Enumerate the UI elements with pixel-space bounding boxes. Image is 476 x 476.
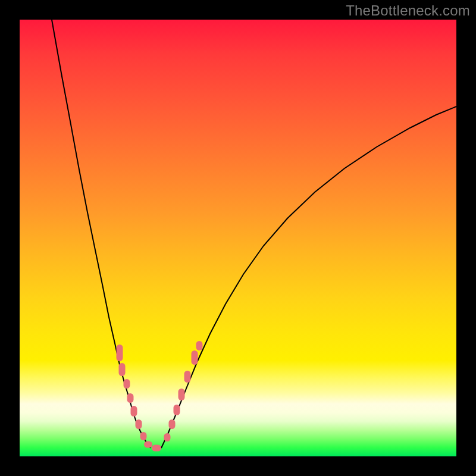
marker-dot bbox=[192, 350, 198, 365]
marker-dot bbox=[136, 419, 142, 429]
marker-dot bbox=[178, 389, 185, 400]
plot-area bbox=[20, 20, 456, 456]
marker-dot bbox=[119, 363, 126, 376]
marker-dot bbox=[196, 341, 203, 350]
marker-dot bbox=[140, 432, 147, 440]
chart-frame: TheBottleneck.com bbox=[0, 0, 476, 476]
marker-group bbox=[117, 341, 203, 452]
curve-left-branch bbox=[52, 20, 151, 448]
marker-dot bbox=[169, 419, 176, 429]
marker-dot bbox=[127, 393, 134, 403]
marker-dot bbox=[164, 433, 171, 441]
marker-dot bbox=[184, 371, 191, 383]
marker-dot bbox=[124, 379, 130, 389]
marker-dot bbox=[144, 441, 152, 448]
marker-dot bbox=[131, 406, 137, 416]
chart-svg bbox=[20, 20, 456, 456]
marker-dot bbox=[174, 405, 180, 415]
curve-right-branch bbox=[161, 107, 456, 448]
marker-dot bbox=[152, 445, 161, 452]
watermark-text: TheBottleneck.com bbox=[346, 2, 470, 19]
marker-dot bbox=[117, 345, 123, 361]
